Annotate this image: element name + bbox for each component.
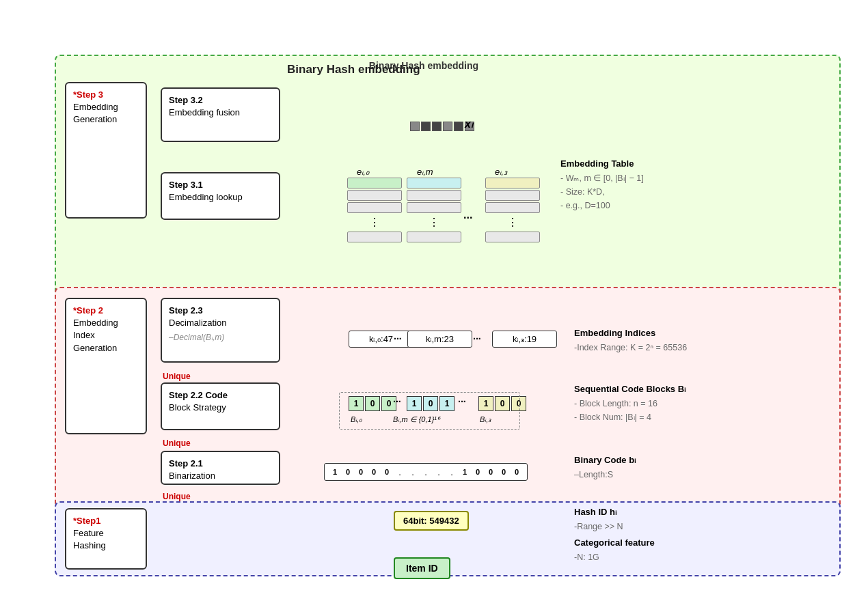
ei0-label: eᵢ,₀ bbox=[357, 167, 369, 177]
step31-box: Step 3.1 Embedding lookup bbox=[161, 172, 280, 220]
emb-row bbox=[347, 190, 402, 201]
emb-row bbox=[485, 232, 540, 242]
index-dots-2: ··· bbox=[473, 333, 481, 344]
index-k3: kᵢ,₃:19 bbox=[492, 331, 557, 348]
step3-box: *Step 3 Embedding Generation bbox=[65, 82, 147, 219]
step2-box: *Step 2 Embedding Index Generation bbox=[65, 298, 147, 434]
ei3-label: eᵢ,₃ bbox=[495, 167, 507, 177]
bin-dot: . bbox=[420, 466, 432, 478]
hash-block-4 bbox=[443, 122, 452, 131]
emb-dots: ⋮ bbox=[485, 214, 540, 230]
emb-table-1: ⋮ bbox=[347, 178, 402, 242]
emb-row bbox=[485, 178, 540, 188]
binary-code-info: Binary Code bᵢ –Length:S bbox=[574, 453, 636, 481]
binary-hash-title: Binary Hash embedding bbox=[287, 63, 420, 76]
bin-dot: . bbox=[407, 466, 419, 478]
index-k0: kᵢ,₀:47 bbox=[349, 331, 413, 348]
bin-cell: 0 bbox=[381, 466, 393, 478]
emb-dots: ⋮ bbox=[347, 214, 402, 230]
emb-row bbox=[347, 232, 402, 242]
step32-box: Step 3.2 Embedding fusion bbox=[161, 87, 280, 142]
hash-box: 64bit: 549432 bbox=[394, 511, 469, 531]
emb-dots: ⋮ bbox=[407, 214, 461, 230]
bin-cell: 1 bbox=[459, 466, 471, 478]
emb-row bbox=[347, 178, 402, 188]
emb-row bbox=[407, 232, 461, 242]
bin-cell: 0 bbox=[355, 466, 367, 478]
bin-dot: . bbox=[446, 466, 458, 478]
bin-cell: 0 bbox=[498, 466, 510, 478]
unique-label-3: Unique bbox=[163, 492, 191, 501]
hash-block-2 bbox=[421, 122, 431, 131]
table-dots: ··· bbox=[463, 212, 472, 224]
emb-row bbox=[407, 202, 461, 213]
bin-cell: 0 bbox=[472, 466, 484, 478]
index-dots-1: ··· bbox=[394, 333, 402, 344]
step22-box: Step 2.2 Code Block Strategy bbox=[161, 382, 280, 430]
bin-dot: . bbox=[433, 466, 445, 478]
emb-table-3: ⋮ bbox=[485, 178, 540, 242]
emb-row bbox=[407, 190, 461, 201]
emb-table-2: ⋮ bbox=[407, 178, 461, 242]
item-id-box: Item ID bbox=[394, 557, 450, 579]
index-km: kᵢ,m:23 bbox=[407, 331, 472, 348]
xi-label: xᵢ bbox=[465, 117, 473, 130]
code-blocks-border bbox=[339, 392, 520, 430]
hash-id-info: Hash ID hᵢ -Range >> N Categorical featu… bbox=[574, 505, 655, 564]
bin-cell: 0 bbox=[485, 466, 497, 478]
bin-dot: . bbox=[394, 466, 406, 478]
sequential-code-info: Sequential Code Blocks Bᵢ - Block Length… bbox=[574, 382, 686, 424]
step21-box: Step 2.1 Binarization bbox=[161, 451, 280, 485]
emb-row bbox=[407, 178, 461, 188]
embedding-table-info: Embedding Table - Wₘ, m ∈ [0, |Bᵢ| − 1] … bbox=[560, 157, 644, 212]
emb-row bbox=[347, 202, 402, 213]
hash-block-1 bbox=[410, 122, 420, 131]
unique-label-2: Unique bbox=[163, 438, 191, 448]
bin-cell: 1 bbox=[329, 466, 341, 478]
binary-row: 1 0 0 0 0 . . . . . 1 0 0 0 0 bbox=[324, 463, 528, 481]
eim-label: eᵢ,m bbox=[417, 167, 433, 177]
bin-cell: 0 bbox=[342, 466, 354, 478]
bin-cell: 0 bbox=[368, 466, 380, 478]
unique-label-1: Unique bbox=[163, 372, 191, 381]
emb-row bbox=[485, 202, 540, 213]
embedding-indices-info: Embedding Indices -Index Range: K = 2ⁿ =… bbox=[574, 326, 687, 354]
hash-block-3 bbox=[432, 122, 442, 131]
step1-box: *Step1 Feature Hashing bbox=[65, 508, 147, 570]
step23-box: Step 2.3 Decimalization –Decimal(Bᵢ,m) bbox=[161, 298, 280, 363]
emb-row bbox=[485, 190, 540, 201]
hash-block-5 bbox=[454, 122, 463, 131]
bin-cell: 0 bbox=[511, 466, 523, 478]
